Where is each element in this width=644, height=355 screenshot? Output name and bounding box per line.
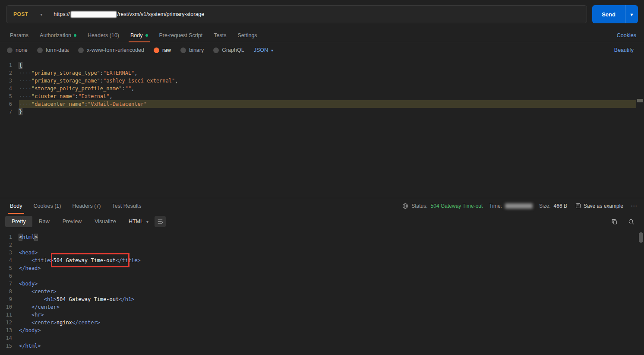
view-raw-button[interactable]: Raw <box>32 216 56 227</box>
response-format-select[interactable]: HTML ▾ <box>129 219 148 225</box>
tab-label: Settings <box>237 32 257 38</box>
status-label: Status: <box>411 203 427 209</box>
mode-label: form-data <box>46 47 69 53</box>
code-line: 14 <box>0 334 644 342</box>
line-number: 14 <box>0 334 19 342</box>
chevron-down-icon: ▾ <box>146 219 148 224</box>
radio-icon <box>213 48 219 53</box>
response-header: Body Cookies (1) Headers (7) Test Result… <box>0 198 644 213</box>
tab-label: Body <box>130 32 143 38</box>
method-selector[interactable]: POST ▾ <box>6 6 49 23</box>
tab-label: Pre-request Script <box>159 32 203 38</box>
tab-params[interactable]: Params <box>4 29 34 42</box>
line-number: 1 <box>0 61 19 69</box>
code-text: </body> <box>19 326 636 334</box>
code-text: <hr> <box>19 311 636 319</box>
wrap-text-icon <box>157 219 163 225</box>
mode-binary[interactable]: binary <box>180 47 204 53</box>
mode-label: binary <box>189 47 204 53</box>
response-tab-cookies[interactable]: Cookies (1) <box>28 198 67 213</box>
send-options-button[interactable]: ▾ <box>625 5 638 23</box>
request-tabs: Params Authorization Headers (10) Body P… <box>0 29 644 42</box>
tab-settings[interactable]: Settings <box>232 29 262 42</box>
code-line: 2····"primary_storage_type":"EXTERNAL", <box>0 69 644 77</box>
response-tab-test-results[interactable]: Test Results <box>106 198 147 213</box>
mode-form-data[interactable]: form-data <box>37 47 69 53</box>
tab-body[interactable]: Body <box>125 29 154 42</box>
wrap-text-button[interactable] <box>155 216 166 227</box>
code-line: 5····"cluster_name":"External", <box>0 92 644 100</box>
line-number: 2 <box>0 69 19 77</box>
code-line: 3····"primary_storage_name":"ashley-iscc… <box>0 77 644 85</box>
line-number: 10 <box>0 303 19 311</box>
tab-headers[interactable]: Headers (10) <box>82 29 125 42</box>
method-url-field: POST ▾ https:///rest/vxm/v1/system/prima… <box>6 5 587 23</box>
line-number: 8 <box>0 288 19 295</box>
tab-label: Body <box>10 203 22 209</box>
url-scheme-text: https:// <box>54 11 70 17</box>
line-number: 4 <box>0 257 19 264</box>
code-line: 7} <box>0 108 644 116</box>
code-line: 8 <center> <box>0 288 644 295</box>
mode-none[interactable]: none <box>7 47 28 53</box>
response-scrollbar-thumb[interactable] <box>639 232 643 243</box>
tab-pre-request-script[interactable]: Pre-request Script <box>154 29 208 42</box>
line-number: 4 <box>0 85 19 92</box>
body-language-select[interactable]: JSON ▾ <box>254 47 273 53</box>
response-toolbar: Pretty Raw Preview Visualize HTML ▾ <box>0 213 644 230</box>
code-line: 12 <center>nginx</center> <box>0 319 644 326</box>
line-number: 3 <box>0 77 19 85</box>
code-line: 6 <box>0 272 644 280</box>
view-pretty-button[interactable]: Pretty <box>5 216 32 227</box>
code-text: </center> <box>19 303 636 311</box>
save-as-example-label: Save as example <box>584 203 623 209</box>
request-url-bar: POST ▾ https:///rest/vxm/v1/system/prima… <box>0 0 644 29</box>
mode-raw[interactable]: raw <box>154 47 171 53</box>
line-number: 7 <box>0 280 19 288</box>
copy-icon[interactable] <box>611 219 618 225</box>
more-options-icon[interactable]: ⋯ <box>631 202 637 210</box>
format-label: HTML <box>129 219 143 225</box>
save-as-example-button[interactable]: Save as example <box>575 203 623 209</box>
beautify-link[interactable]: Beautify <box>614 47 637 53</box>
code-text: <body> <box>19 280 636 288</box>
request-body-editor[interactable]: 1{2····"primary_storage_type":"EXTERNAL"… <box>0 58 644 198</box>
response-tab-headers[interactable]: Headers (7) <box>66 198 106 213</box>
code-text: ····"storage_policy_profile_name":"", <box>19 85 636 92</box>
line-number: 11 <box>0 311 19 319</box>
line-number: 6 <box>0 272 19 280</box>
line-number: 2 <box>0 241 19 249</box>
url-path-text: /rest/vxm/v1/system/primary-storage <box>117 11 204 17</box>
size-label: Size: <box>539 203 551 209</box>
code-line: 15</html> <box>0 342 644 350</box>
red-annotation-box <box>51 253 129 267</box>
code-text: <h1>504 Gateway Time-out</h1> <box>19 295 636 303</box>
response-body-viewer[interactable]: 1<html>23<head>4 <title>504 Gateway Time… <box>0 230 644 355</box>
body-mode-row: none form-data x-www-form-urlencoded raw… <box>0 42 644 58</box>
line-number: 15 <box>0 342 19 350</box>
tab-tests[interactable]: Tests <box>208 29 232 42</box>
code-text: <html> <box>19 233 636 241</box>
time-label: Time: <box>489 203 502 209</box>
url-redacted-segment <box>71 11 117 18</box>
line-number: 9 <box>0 295 19 303</box>
method-label: POST <box>13 11 28 17</box>
mode-x-www-form-urlencoded[interactable]: x-www-form-urlencoded <box>78 47 144 53</box>
mode-graphql[interactable]: GraphQL <box>213 47 244 53</box>
view-preview-button[interactable]: Preview <box>56 216 88 227</box>
language-label: JSON <box>254 47 268 53</box>
send-button[interactable]: Send <box>592 5 625 23</box>
view-visualize-button[interactable]: Visualize <box>88 216 123 227</box>
tab-label: Tests <box>214 32 226 38</box>
response-tab-body[interactable]: Body <box>4 198 28 213</box>
code-line: 4····"storage_policy_profile_name":"", <box>0 85 644 92</box>
code-line: 1<html> <box>0 233 644 241</box>
code-text <box>19 272 636 280</box>
search-icon[interactable] <box>628 219 635 225</box>
toolbar-right-icons <box>611 219 639 225</box>
chevron-down-icon: ▾ <box>630 11 633 18</box>
tab-authorization[interactable]: Authorization <box>34 29 82 42</box>
mode-label: raw <box>162 47 171 53</box>
cookies-link[interactable]: Cookies <box>617 32 640 38</box>
url-input[interactable]: https:///rest/vxm/v1/system/primary-stor… <box>49 11 208 18</box>
